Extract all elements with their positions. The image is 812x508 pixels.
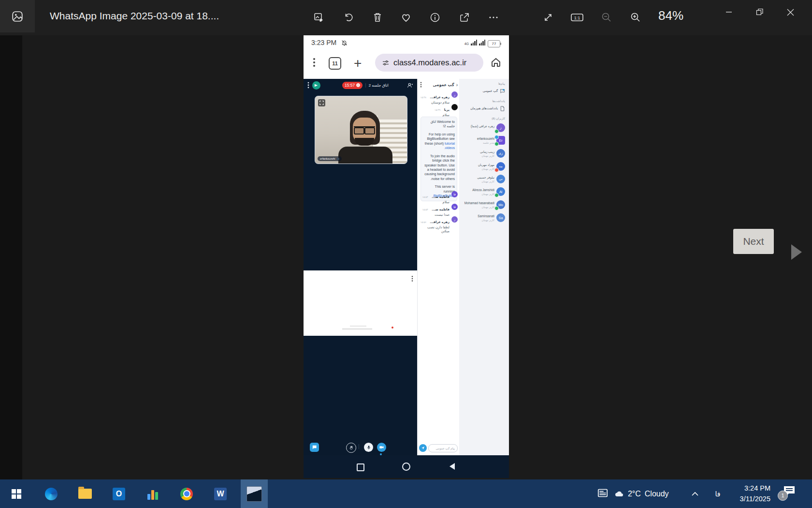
taskbar-time: 3:24 PM	[740, 483, 770, 493]
chat-input[interactable]: پیام گپ عمومی	[428, 444, 458, 452]
close-button[interactable]	[779, 0, 802, 24]
edge-icon	[45, 488, 58, 500]
restore-icon	[756, 8, 764, 16]
new-tab-button[interactable]: +	[354, 56, 362, 71]
taskbar-file-explorer[interactable]	[72, 479, 99, 508]
chat-header: ‹ گپ عمومی	[418, 79, 460, 90]
tab-switcher-button[interactable]: 11	[329, 57, 341, 70]
minimize-button[interactable]	[717, 0, 740, 24]
user-list-item[interactable]: Sa Saminsanati کاربر مهمان	[459, 213, 509, 224]
tutorial-videos-link[interactable]: tutorial videos.	[444, 142, 455, 149]
photos-thumbnail-icon	[246, 486, 262, 502]
app-icon-button[interactable]	[0, 0, 35, 32]
collapse-chat-icon[interactable]: ‹	[456, 82, 458, 88]
info-button[interactable]	[428, 11, 442, 24]
taskbar-chrome[interactable]	[173, 479, 200, 508]
webcam-name-tag: erfankouzehi	[318, 156, 342, 161]
next-photo-arrow-icon[interactable]	[791, 244, 802, 260]
actual-size-button[interactable]: 1:1	[570, 11, 584, 24]
file-explorer-icon	[78, 489, 92, 499]
chat-avatar	[451, 104, 458, 110]
photo-phone-screenshot[interactable]: 3:23 PM 4G 77 11 + class4.modares.ac.ir	[304, 35, 509, 478]
presentation-options-icon[interactable]	[412, 276, 413, 282]
home-nav-icon[interactable]	[402, 463, 410, 471]
chat-time: ۱۵:۵۴	[422, 208, 428, 211]
send-message-button[interactable]	[419, 444, 427, 452]
bbb-options-icon[interactable]	[308, 82, 309, 89]
site-settings-icon	[382, 59, 390, 67]
tray-chevron-icon[interactable]	[691, 490, 699, 498]
chat-message: ز زهره عراقـ... ۱۵:۴۸ سلام دوستان	[420, 91, 458, 105]
chat-avatar: ز	[451, 91, 458, 98]
more-button[interactable]	[487, 11, 500, 24]
restore-button[interactable]	[748, 0, 771, 24]
language-indicator[interactable]: فا	[715, 490, 721, 498]
back-nav-icon[interactable]	[450, 463, 455, 470]
chat-sender: پریا	[444, 108, 450, 111]
camera-button[interactable]	[377, 443, 386, 452]
zoom-in-button[interactable]	[629, 11, 642, 24]
taskbar-word[interactable]: W	[207, 479, 234, 508]
send-icon	[421, 446, 425, 450]
user-name: زهره عراقی (شما)	[471, 124, 494, 128]
sidebar-item-shared-notes[interactable]: یادداشت‌های هم‌زمان	[459, 104, 509, 113]
user-list-item[interactable]: نی نیلوفر حسینی کاربر مهمان	[459, 175, 509, 185]
zoom-out-icon	[601, 12, 612, 23]
user-list-item[interactable]: Er erfankouzehi مدیر جلسه	[459, 136, 509, 147]
webcam-video[interactable]: erfankouzehi	[315, 96, 407, 164]
slide-text-line	[342, 329, 372, 329]
taskbar-charts-app[interactable]	[139, 479, 166, 508]
taskbar: O W 2°C Cloudy فا 3:24 PM 3/1	[0, 479, 812, 508]
taskbar-clock[interactable]: 3:24 PM 3/11/2025	[740, 483, 770, 504]
open-chat-button[interactable]	[310, 443, 319, 452]
url-bar[interactable]: class4.modares.ac.ir	[375, 54, 483, 72]
zoom-out-button[interactable]	[600, 11, 613, 24]
home-button[interactable]	[490, 57, 502, 70]
user-list-item[interactable]: زی زینب زمانی کاربر مهمان	[459, 149, 509, 160]
user-role: کاربر مهمان	[482, 219, 494, 222]
recents-nav-icon[interactable]	[357, 463, 364, 471]
webcam-fullscreen-button[interactable]	[318, 99, 325, 106]
chart-app-icon	[147, 488, 158, 500]
taskbar-outlook[interactable]: O	[105, 479, 132, 508]
edit-image-button[interactable]	[312, 11, 326, 24]
user-status-badge	[494, 168, 499, 172]
presentation-area[interactable]	[304, 270, 417, 336]
chat-avatar: فا	[451, 191, 458, 197]
browser-menu-icon[interactable]	[313, 58, 315, 67]
recording-indicator[interactable]: 15:57	[342, 82, 362, 89]
weather-widget[interactable]: 2°C Cloudy	[614, 490, 669, 498]
user-list-item[interactable]: Al Alireza Jamshidi کاربر مهمان	[459, 187, 509, 198]
delete-button[interactable]	[371, 11, 384, 24]
share-button[interactable]	[458, 11, 471, 24]
raise-hand-button[interactable]	[346, 443, 356, 453]
taskbar-edge[interactable]	[38, 479, 65, 508]
phone-nav-bar	[304, 455, 509, 478]
windows-logo-icon	[11, 488, 22, 500]
user-list-item[interactable]: ز زهره عراقی (شما)	[459, 123, 509, 134]
mute-button[interactable]	[364, 443, 373, 452]
fullscreen-button[interactable]	[541, 11, 555, 24]
participant-shoulders	[338, 147, 392, 164]
chat-sender: فاطمه ضـ...	[432, 195, 450, 198]
chat-time: ۱۵:۵۴	[422, 195, 428, 198]
rotate-button[interactable]	[342, 11, 355, 24]
user-status-badge	[494, 206, 499, 210]
widgets-icon[interactable]	[598, 489, 608, 499]
taskbar-photos-active[interactable]	[241, 479, 268, 508]
user-status-badge	[494, 135, 499, 139]
bbb-main-area: 15:57 | اتاق جلسه 2	[304, 79, 417, 455]
sidebar-item-public-chat[interactable]: گپ عمومی	[459, 87, 509, 95]
manage-users-icon[interactable]	[407, 82, 413, 89]
welcome-audio-text: To join the audio bridge click the speak…	[423, 154, 455, 181]
taskbar-date: 3/11/2025	[740, 494, 770, 504]
user-list-item[interactable]: مه مهزاد مهربان کاربر مهمان	[459, 162, 509, 173]
favorite-button[interactable]	[399, 11, 413, 24]
chat-options-icon[interactable]	[420, 82, 421, 88]
user-list-item[interactable]: Mo Mohamad hasanabadi کاربر مهمان	[459, 200, 509, 211]
start-button[interactable]	[0, 479, 33, 508]
notification-center-button[interactable]: 1	[783, 484, 799, 504]
chrome-icon	[180, 488, 193, 500]
minimize-icon	[725, 9, 732, 15]
fullscreen-corners-icon	[319, 101, 324, 105]
